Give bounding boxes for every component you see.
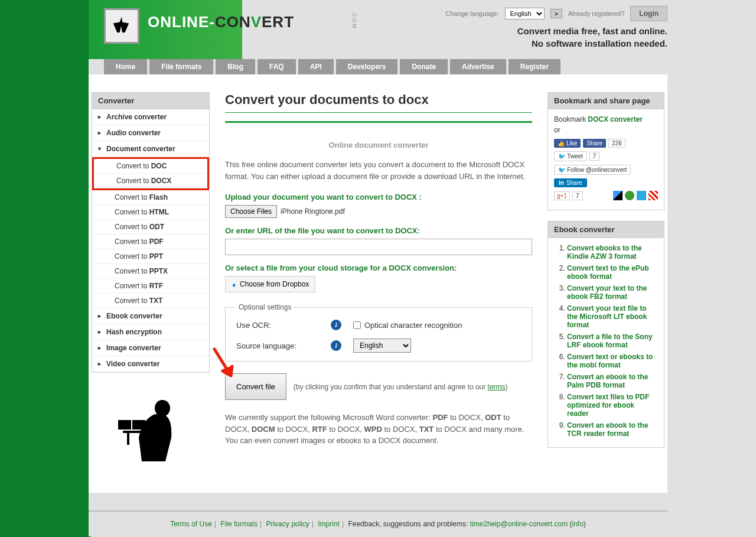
svg-point-0 [155,400,170,416]
ocr-checkbox[interactable] [353,321,361,329]
page-description: This free online document converter lets… [225,159,532,182]
bookmark-box-title: Bookmark and share page [548,93,664,109]
cloud-label: Or select a file from your cloud storage… [225,263,532,272]
footer: Terms of Use| File formats| Privacy poli… [89,510,667,536]
logo-text[interactable]: ONLINE-CONVERT [148,13,294,31]
bookmark-link[interactable]: DOCX converter [588,115,643,123]
svg-rect-2 [132,420,145,429]
sidebar-item-archive-converter[interactable]: Archive converter [92,109,209,125]
optional-settings-fieldset: Optional settings Use OCR: i Optical cha… [225,303,532,362]
sidebar-sub-convert-to-docx[interactable]: Convert to DOCX [94,174,207,188]
sidebar: Converter Archive converterAudio convert… [92,92,210,475]
sidebar-item-ebook-converter[interactable]: Ebook converter [92,308,209,324]
footer-formats-link[interactable]: File formats [220,520,258,528]
ebook-link-9[interactable]: Convert an ebook to the TCR reader forma… [567,421,648,438]
twitter-follow-button[interactable]: 🐦Follow @onlineconvert [554,165,631,175]
choose-files-button[interactable]: Choose Files [225,205,277,218]
ocr-label: Use OCR: [236,321,331,330]
source-language-select[interactable]: English [353,339,411,353]
already-registered-label: Already registered? [568,10,624,17]
share-icon[interactable] [637,191,646,200]
logo-com: .COM [351,11,357,30]
nav-advertise[interactable]: Advertise [450,59,506,74]
main-nav: HomeFile formatsBlogFAQAPIDevelopersDona… [89,59,667,74]
nav-developers[interactable]: Developers [336,59,398,74]
sidebar-item-document-converter[interactable]: Document converter [92,141,209,157]
nav-donate[interactable]: Donate [400,59,448,74]
fb-count: 226 [608,139,625,148]
sidebar-sub-convert-to-doc[interactable]: Convert to DOC [94,159,207,174]
login-button[interactable]: Login [630,6,667,21]
delicious-icon[interactable] [613,191,623,200]
info-icon[interactable]: i [331,340,341,351]
stumbleupon-icon[interactable] [625,191,634,200]
ebook-link-6[interactable]: Convert text or ebooks to the mobi forma… [567,353,653,369]
fb-share-button[interactable]: Share [583,139,606,148]
sidebar-sub-convert-to-odt[interactable]: Convert to ODT [92,220,209,235]
ebook-box-title: Ebook converter [548,222,664,238]
sidebar-item-video-converter[interactable]: Video converter [92,356,209,372]
tagline: Convert media free, fast and online. No … [517,25,667,50]
header: ONLINE-CONVERT .COM Change language: Eng… [89,0,667,59]
sidebar-title: Converter [92,93,209,109]
ebook-link-8[interactable]: Convert text files to PDF optimized for … [567,393,649,418]
ebook-link-2[interactable]: Convert text to the ePub ebook format [567,264,649,281]
nav-blog[interactable]: Blog [216,59,255,74]
url-input[interactable] [225,239,532,255]
right-column: Bookmark and share page Bookmark DOCX co… [548,92,664,475]
sidebar-item-hash-encryption[interactable]: Hash encryption [92,324,209,340]
sidebar-sub-convert-to-txt[interactable]: Convert to TXT [92,294,209,308]
sidebar-sub-convert-to-html[interactable]: Convert to HTML [92,205,209,220]
language-go-button[interactable]: > [550,9,562,18]
logo-icon[interactable] [104,8,139,44]
social-icon[interactable] [649,191,658,200]
footer-privacy-link[interactable]: Privacy policy [266,520,309,528]
sidebar-sub-convert-to-pptx[interactable]: Convert to PPTX [92,264,209,279]
ebook-link-1[interactable]: Convert ebooks to the Kindle AZW 3 forma… [567,244,642,261]
linkedin-share-button[interactable]: in Share [554,178,587,187]
footer-email-link[interactable]: time2help@online-convert.com [470,520,568,528]
gplus-button[interactable]: g+1 [554,191,570,200]
footer-terms-link[interactable]: Terms of Use [170,520,212,528]
ebook-link-7[interactable]: Convert an ebook to the Palm PDB format [567,373,648,389]
sidebar-sub-convert-to-rtf[interactable]: Convert to RTF [92,279,209,294]
chosen-file-name: iPhone Ringtone.pdf [281,207,345,216]
optional-settings-legend: Optional settings [236,303,294,311]
terms-link[interactable]: terms [488,383,506,391]
gplus-count: 7 [572,191,583,200]
nav-home[interactable]: Home [104,59,147,74]
nav-faq[interactable]: FAQ [258,59,296,74]
footer-info-link[interactable]: info [572,520,584,528]
language-select[interactable]: English [505,8,545,19]
main-content: Convert your documents to docx Online do… [210,92,548,475]
top-right-bar: Change language: English > Already regis… [446,6,667,21]
sidebar-sub-convert-to-pdf[interactable]: Convert to PDF [92,235,209,249]
tweet-count: 7 [589,152,600,161]
url-label: Or enter URL of the file you want to con… [225,226,532,235]
change-language-label: Change language: [446,10,499,17]
tweet-button[interactable]: 🐦Tweet [554,151,587,161]
svg-rect-3 [123,431,141,433]
footer-imprint-link[interactable]: Imprint [318,520,340,528]
nav-file-formats[interactable]: File formats [149,59,213,74]
fb-like-button[interactable]: 👍 Like [554,139,581,148]
support-text: We currently support the following Micro… [225,412,532,447]
ebook-link-3[interactable]: Convert your text to the ebook FB2 forma… [567,284,647,301]
ebook-link-4[interactable]: Convert your text file to the Microsoft … [567,304,647,329]
source-language-label: Source language: [236,341,331,350]
sidebar-illustration [92,385,210,475]
annotation-arrow-icon [208,346,238,388]
page-subtitle: Online document converter [225,141,532,149]
dropbox-button[interactable]: ⬧ Choose from Dropbox [225,276,315,292]
sidebar-item-audio-converter[interactable]: Audio converter [92,125,209,141]
nav-api[interactable]: API [298,59,334,74]
sidebar-sub-convert-to-flash[interactable]: Convert to Flash [92,190,209,205]
convert-note: (by clicking you confirm that you unders… [294,382,508,392]
sidebar-item-image-converter[interactable]: Image converter [92,340,209,356]
dropbox-icon: ⬧ [232,279,236,289]
ebook-link-5[interactable]: Convert a file to the Sony LRF ebook for… [567,333,653,349]
sidebar-sub-convert-to-ppt[interactable]: Convert to PPT [92,249,209,264]
upload-label: Upload your document you want to convert… [225,193,532,201]
nav-register[interactable]: Register [509,59,561,74]
info-icon[interactable]: i [331,320,341,330]
